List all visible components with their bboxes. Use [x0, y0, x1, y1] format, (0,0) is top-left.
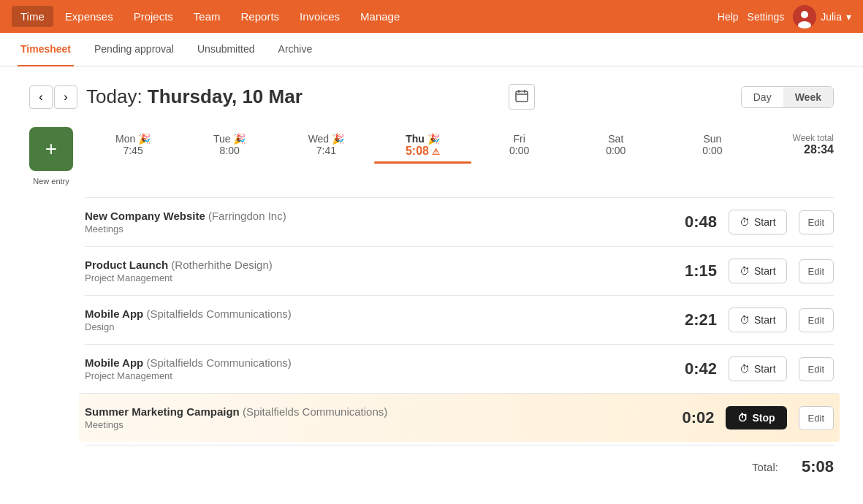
edit-button[interactable]: Edit: [799, 210, 834, 234]
start-button[interactable]: ⏱ Start: [729, 210, 787, 234]
day-col-6[interactable]: Sun 0:00: [664, 127, 761, 164]
day-label: Wed 🎉: [308, 133, 344, 145]
calendar-button[interactable]: [509, 84, 535, 110]
plus-icon: +: [45, 139, 57, 159]
day-time: 8:00: [220, 145, 240, 156]
tab-archive[interactable]: Archive: [275, 33, 316, 66]
nav-expenses[interactable]: Expenses: [56, 6, 122, 27]
day-col-3[interactable]: Thu 🎉 5:08⚠: [374, 127, 471, 164]
entry-project: Mobile App (Spitalfields Communications): [85, 308, 654, 320]
user-menu[interactable]: Julia ▾: [793, 5, 851, 28]
week-total-label: Week total: [761, 133, 834, 143]
nav-manage[interactable]: Manage: [351, 6, 408, 27]
day-col-0[interactable]: Mon 🎉 7:45: [85, 127, 181, 164]
new-entry-button[interactable]: +: [29, 127, 73, 171]
start-button[interactable]: ⏱ Start: [729, 356, 787, 381]
nav-right: Help Settings Julia ▾: [718, 5, 851, 28]
entry-row: Mobile App (Spitalfields Communications)…: [85, 295, 834, 344]
nav-invoices[interactable]: Invoices: [291, 6, 349, 27]
start-button[interactable]: ⏱ Start: [729, 259, 787, 283]
entry-row: Summer Marketing Campaign (Spitalfields …: [79, 393, 840, 442]
start-button[interactable]: ⏱ Start: [729, 308, 787, 332]
week-view-button[interactable]: Week: [783, 87, 833, 107]
tab-pending-approval[interactable]: Pending approval: [91, 33, 177, 66]
day-label: Fri: [513, 133, 525, 145]
entry-client: (Farringdon Inc): [208, 210, 286, 222]
day-col-1[interactable]: Tue 🎉 8:00: [181, 127, 278, 164]
entry-duration: 2:21: [666, 310, 717, 329]
nav-projects[interactable]: Projects: [125, 6, 182, 27]
entry-row: New Company Website (Farringdon Inc) Mee…: [85, 197, 834, 246]
active-bar: [374, 161, 471, 164]
date-value: Thursday, 10 Mar: [148, 85, 303, 107]
nav-team[interactable]: Team: [185, 6, 229, 27]
entry-client: (Rotherhithe Design): [171, 259, 272, 271]
tab-timesheet[interactable]: Timesheet: [18, 33, 74, 66]
edit-button[interactable]: Edit: [799, 308, 834, 332]
total-label: Total:: [752, 461, 778, 473]
clock-icon: ⏱: [740, 363, 750, 375]
clock-icon: ⏱: [740, 314, 750, 326]
entry-project-name: Summer Marketing Campaign: [85, 405, 240, 418]
edit-button[interactable]: Edit: [799, 357, 834, 381]
date-navigation: ‹ › Today: Thursday, 10 Mar Day Week: [29, 84, 834, 110]
edit-button[interactable]: Edit: [799, 406, 834, 430]
nav-reports[interactable]: Reports: [232, 6, 289, 27]
edit-button[interactable]: Edit: [799, 259, 834, 283]
entry-row: Product Launch (Rotherhithe Design) Proj…: [85, 246, 834, 295]
entry-duration: 0:48: [666, 213, 717, 232]
main-content: ‹ › Today: Thursday, 10 Mar Day Week + N…: [0, 66, 863, 494]
week-total-value: 28:34: [761, 143, 834, 156]
entry-info: Summer Marketing Campaign (Spitalfields …: [85, 405, 651, 430]
week-row: + New entry Mon 🎉 7:45 Tue 🎉 8:00 Wed 🎉 …: [29, 127, 834, 186]
entry-info: Mobile App (Spitalfields Communications)…: [85, 356, 654, 381]
entry-project-name: New Company Website: [85, 210, 205, 222]
entry-task: Meetings: [85, 419, 651, 430]
entry-task: Project Management: [85, 272, 654, 283]
entry-duration: 1:15: [666, 261, 717, 280]
entry-project: Mobile App (Spitalfields Communications): [85, 356, 654, 369]
day-view-button[interactable]: Day: [742, 87, 783, 107]
day-time: 0:00: [509, 145, 529, 156]
day-col-4[interactable]: Fri 0:00: [471, 127, 568, 164]
alert-icon: ⚠: [432, 147, 440, 157]
week-total: Week total 28:34: [761, 127, 834, 162]
help-link[interactable]: Help: [718, 11, 739, 23]
day-col-5[interactable]: Sat 0:00: [568, 127, 664, 164]
day-time: 7:45: [123, 145, 142, 156]
entry-duration: 0:42: [666, 359, 717, 378]
entry-task: Meetings: [85, 224, 654, 234]
day-label: Tue 🎉: [213, 133, 246, 145]
day-time: 0:00: [702, 145, 722, 156]
day-label: Sat: [608, 133, 623, 145]
next-date-button[interactable]: ›: [54, 85, 77, 109]
days-container: Mon 🎉 7:45 Tue 🎉 8:00 Wed 🎉 7:41 Thu 🎉 5…: [85, 127, 761, 164]
entries-container: New Company Website (Farringdon Inc) Mee…: [85, 197, 834, 476]
today-label: Today:: [86, 85, 142, 107]
entry-client: (Spitalfields Communications): [243, 405, 387, 418]
day-time: 7:41: [316, 145, 336, 156]
day-label: Sun: [703, 133, 721, 145]
new-entry-label: New entry: [33, 177, 69, 186]
clock-icon: ⏱: [740, 216, 750, 228]
entry-client: (Spitalfields Communications): [146, 356, 291, 369]
entry-project: New Company Website (Farringdon Inc): [85, 210, 654, 222]
entry-project-name: Mobile App: [85, 308, 143, 320]
settings-link[interactable]: Settings: [748, 11, 785, 23]
entry-info: Mobile App (Spitalfields Communications)…: [85, 308, 654, 332]
clock-icon: ⏱: [740, 265, 750, 277]
entry-info: New Company Website (Farringdon Inc) Mee…: [85, 210, 654, 234]
svg-point-1: [801, 11, 808, 18]
nav-time[interactable]: Time: [12, 6, 53, 27]
tab-unsubmitted[interactable]: Unsubmitted: [194, 33, 258, 66]
prev-date-button[interactable]: ‹: [29, 85, 53, 109]
day-label: Mon 🎉: [115, 133, 151, 145]
stop-icon: ⏱: [737, 412, 748, 424]
nav-left: Time Expenses Projects Team Reports Invo…: [12, 6, 718, 27]
top-navigation: Time Expenses Projects Team Reports Invo…: [0, 0, 863, 33]
entry-project-name: Product Launch: [85, 259, 168, 271]
stop-button[interactable]: ⏱ Stop: [726, 406, 786, 429]
calendar-icon: [515, 89, 528, 102]
day-label: Thu 🎉: [406, 133, 440, 145]
day-col-2[interactable]: Wed 🎉 7:41: [278, 127, 374, 164]
